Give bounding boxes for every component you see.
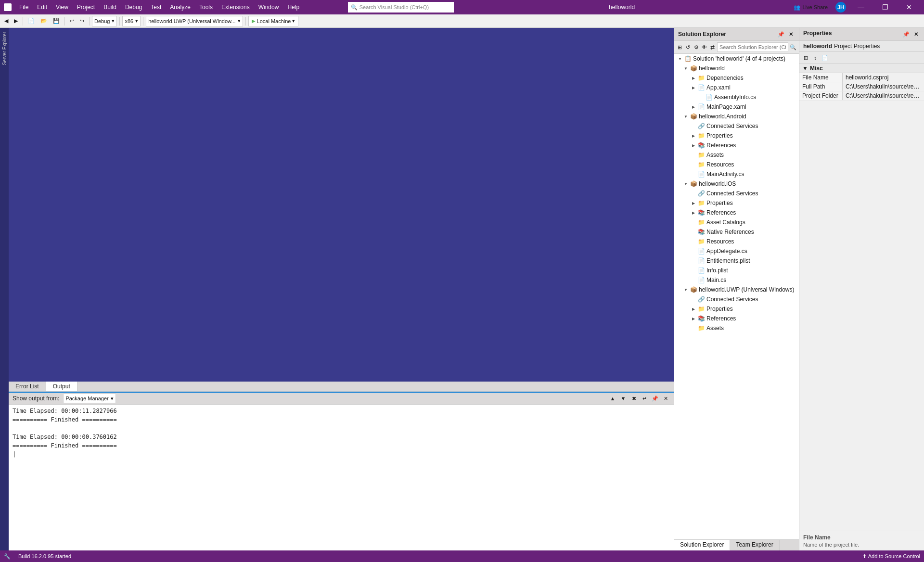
search-box[interactable]: 🔍 Search Visual Studio (Ctrl+Q)	[348, 2, 454, 13]
debug-config-dropdown[interactable]: Debug ▾	[92, 16, 117, 26]
prop-categories-btn[interactable]: ⊞	[801, 53, 810, 62]
tree-item-mainactivity[interactable]: 📄 MainActivity.cs	[674, 169, 799, 179]
open-btn[interactable]: 📂	[38, 16, 50, 26]
tree-item-references-android[interactable]: ▶ 📚 References	[674, 140, 799, 150]
tab-solution-explorer[interactable]: Solution Explorer	[674, 540, 730, 550]
save-btn[interactable]: 💾	[51, 16, 62, 26]
tree-item-dependencies[interactable]: ▶ 📁 Dependencies	[674, 73, 799, 83]
tree-item-references-ios[interactable]: ▶ 📚 References	[674, 208, 799, 217]
tree-item-app-xaml[interactable]: ▶ 📄 App.xaml	[674, 83, 799, 92]
solution-icon: 📋	[684, 55, 692, 63]
main-cs-icon: 📄	[697, 276, 705, 284]
output-source-dropdown[interactable]: Package Manager ▾	[63, 394, 116, 403]
tree-item-assets-android[interactable]: 📁 Assets	[674, 150, 799, 160]
menu-tools[interactable]: Tools	[195, 2, 217, 13]
platform-dropdown[interactable]: x86 ▾	[122, 16, 141, 26]
menu-file[interactable]: File	[15, 2, 32, 13]
tree-item-resources-ios[interactable]: 📁 Resources	[674, 237, 799, 246]
new-btn[interactable]: 📄	[26, 16, 37, 26]
output-pin-btn[interactable]: 📌	[651, 394, 659, 403]
se-filter-btn[interactable]: ⚙	[693, 43, 700, 51]
forward-btn[interactable]: ▶	[12, 16, 20, 26]
prop-pin-btn[interactable]: 📌	[902, 30, 911, 38]
prop-close-btn[interactable]: ✕	[911, 30, 920, 38]
menu-debug[interactable]: Debug	[121, 2, 146, 13]
tab-team-explorer[interactable]: Team Explorer	[730, 540, 779, 550]
tree-item-references-uwp[interactable]: ▶ 📚 References	[674, 314, 799, 323]
prop-alpha-btn[interactable]: ↕	[811, 53, 820, 62]
minimize-button[interactable]: —	[850, 0, 872, 14]
tree-item-properties-android[interactable]: ▶ 📁 Properties	[674, 131, 799, 140]
user-avatar[interactable]: JH	[835, 2, 846, 13]
output-content: Time Elapsed: 00:00:11.2827966 =========…	[9, 405, 674, 550]
target-dropdown[interactable]: helloworld.UWP (Universal Window... ▾	[146, 16, 243, 26]
tree-item-uwp[interactable]: ▼ 📦 helloworld.UWP (Universal Windows)	[674, 285, 799, 294]
menu-view[interactable]: View	[52, 2, 72, 13]
asset-catalogs-icon: 📁	[697, 218, 705, 226]
tree-item-asset-catalogs[interactable]: 📁 Asset Catalogs	[674, 217, 799, 227]
mainpage-icon: 📄	[697, 103, 705, 111]
prop-name-filename: File Name	[799, 73, 843, 82]
menu-edit[interactable]: Edit	[33, 2, 51, 13]
solution-explorer-search[interactable]	[717, 42, 788, 52]
output-up-btn[interactable]: ▲	[608, 394, 617, 403]
maximize-button[interactable]: ❐	[874, 0, 896, 14]
connected-icon-android: 🔗	[697, 122, 705, 130]
tree-item-solution[interactable]: ▼ 📋 Solution 'helloworld' (4 of 4 projec…	[674, 54, 799, 64]
tree-item-entitlements[interactable]: 📄 Entitlements.plist	[674, 256, 799, 266]
output-clear-btn[interactable]: ✖	[629, 394, 638, 403]
tree-item-connected-services-uwp[interactable]: 🔗 Connected Services	[674, 294, 799, 304]
references-ios-label: References	[706, 209, 736, 216]
run-button[interactable]: ▶ Local Machine ▾	[248, 16, 299, 26]
tree-item-properties-uwp[interactable]: ▶ 📁 Properties	[674, 304, 799, 314]
tree-item-assemblyinfo[interactable]: 📄 AssemblyInfo.cs	[674, 92, 799, 102]
menu-test[interactable]: Test	[147, 2, 165, 13]
se-pin-btn[interactable]: 📌	[777, 30, 785, 38]
menu-analyze[interactable]: Analyze	[166, 2, 194, 13]
side-panel-item[interactable]: Server Explorer	[1, 30, 8, 67]
tree-item-connected-services-ios[interactable]: 🔗 Connected Services	[674, 189, 799, 198]
props-folder-ios: 📁	[697, 199, 705, 207]
output-word-wrap-btn[interactable]: ↵	[640, 394, 649, 403]
prop-value-fullpath: C:\Users\hakulin\source\repos\	[843, 82, 924, 91]
tree-item-mainpage[interactable]: ▶ 📄 MainPage.xaml	[674, 102, 799, 112]
se-collapse-btn[interactable]: ⊞	[676, 43, 683, 51]
menu-build[interactable]: Build	[100, 2, 120, 13]
se-refresh-btn[interactable]: ↺	[684, 43, 692, 51]
output-close-btn[interactable]: ✕	[661, 394, 670, 403]
tree-item-main-cs[interactable]: 📄 Main.cs	[674, 275, 799, 285]
menu-project[interactable]: Project	[73, 2, 99, 13]
output-down-btn[interactable]: ▼	[619, 394, 628, 403]
close-button[interactable]: ✕	[898, 0, 920, 14]
se-sync-btn[interactable]: ⇄	[709, 43, 716, 51]
se-search-btn[interactable]: 🔍	[789, 43, 797, 51]
prop-page-btn[interactable]: 📄	[821, 53, 829, 62]
properties-android-label: Properties	[706, 132, 733, 139]
menu-extensions[interactable]: Extensions	[218, 2, 254, 13]
run-dropdown-arrow: ▾	[292, 18, 295, 24]
tree-item-info-plist[interactable]: 📄 Info.plist	[674, 266, 799, 275]
connected-services-ios-label: Connected Services	[706, 190, 758, 197]
menu-window[interactable]: Window	[255, 2, 283, 13]
add-to-source-control[interactable]: ⬆ Add to Source Control	[862, 553, 920, 560]
tree-item-connected-services-android[interactable]: 🔗 Connected Services	[674, 121, 799, 131]
tree-item-resources-android[interactable]: 📁 Resources	[674, 160, 799, 169]
back-btn[interactable]: ◀	[2, 16, 11, 26]
prop-section-misc[interactable]: ▼ Misc	[799, 64, 924, 73]
tree-item-helloworld[interactable]: ▼ 📦 helloworld	[674, 64, 799, 73]
tab-output[interactable]: Output	[46, 382, 77, 391]
tree-item-assets-uwp[interactable]: 📁 Assets	[674, 323, 799, 333]
tree-item-ios[interactable]: ▼ 📦 helloworld.iOS	[674, 179, 799, 189]
menu-help[interactable]: Help	[283, 2, 303, 13]
solution-label: Solution 'helloworld' (4 of 4 projects)	[693, 55, 785, 62]
liveshare-button[interactable]: 👥 Live Share	[790, 4, 832, 11]
undo-btn[interactable]: ↩	[67, 16, 77, 26]
tree-item-android[interactable]: ▼ 📦 helloworld.Android	[674, 112, 799, 121]
se-close-btn[interactable]: ✕	[786, 30, 795, 38]
tree-item-properties-ios[interactable]: ▶ 📁 Properties	[674, 198, 799, 208]
redo-btn[interactable]: ↪	[77, 16, 87, 26]
tree-item-native-references[interactable]: 📚 Native References	[674, 227, 799, 237]
tree-item-appdelegate[interactable]: 📄 AppDelegate.cs	[674, 246, 799, 256]
tab-error-list[interactable]: Error List	[9, 382, 46, 391]
se-preview-btn[interactable]: 👁	[701, 43, 708, 51]
